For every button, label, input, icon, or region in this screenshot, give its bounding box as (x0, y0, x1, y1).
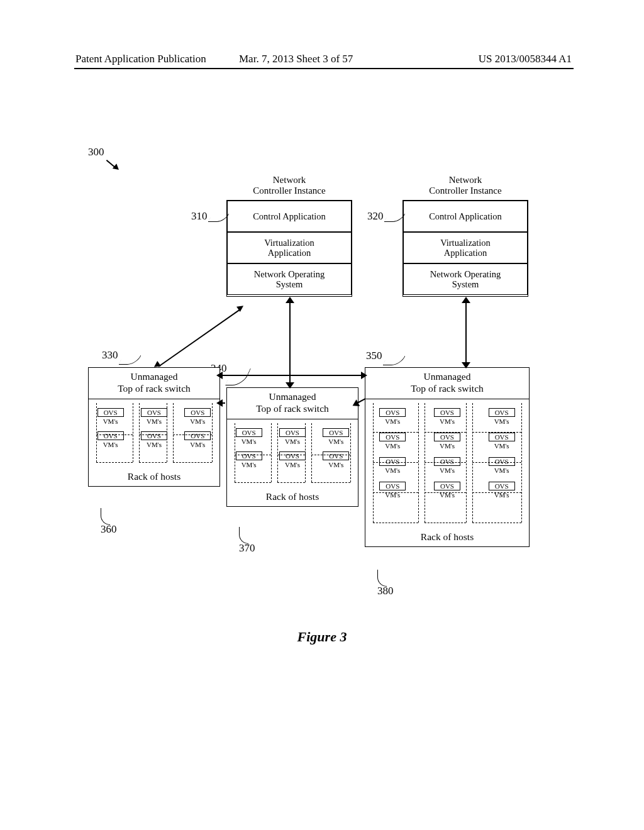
ref-310: 310 (191, 210, 208, 223)
ref-370: 370 (239, 542, 255, 555)
controller-1-row1: Control Application (227, 201, 352, 232)
vms-label: VM's (376, 442, 409, 450)
figure-caption: Figure 3 (0, 629, 644, 645)
arrow-rack-left-right (223, 375, 362, 376)
arrow-320-rack-right (465, 303, 467, 362)
controller-1-row2: Virtualization Application (227, 232, 352, 263)
arrow-310-rack-center (289, 303, 291, 382)
vms-label: VM's (486, 442, 518, 450)
ref-320: 320 (367, 210, 384, 223)
rack-center-tor-b: Top of rack switch (230, 402, 355, 414)
controller-1-title: Network Controller Instance (226, 175, 352, 197)
vms-label: VM's (94, 418, 127, 425)
vms-label: VM's (486, 418, 518, 425)
header-right: US 2013/0058344 A1 (479, 53, 572, 65)
rack-center-label: Rack of hosts (227, 486, 358, 506)
vms-label: VM's (138, 441, 170, 448)
vms-label: VM's (138, 418, 170, 425)
vms-label: VM's (94, 441, 127, 448)
ref-380: 380 (377, 585, 394, 597)
vms-label: VM's (276, 438, 309, 445)
vms-label: VM's (233, 438, 265, 445)
controller-1-row3: Network Operating System (227, 263, 352, 295)
vms-label: VM's (486, 467, 518, 474)
ref-370-curve (239, 527, 248, 544)
ovs-label: OVS (489, 433, 515, 441)
header-rule (74, 68, 574, 69)
ref-340-curve (225, 368, 251, 385)
ovs-label: OVS (141, 408, 167, 417)
ovs-label: OVS (184, 431, 211, 440)
rack-center: Unmanaged Top of rack switch OVSVM's OVS… (226, 387, 358, 507)
header-center: Mar. 7, 2013 Sheet 3 of 57 (239, 53, 353, 65)
controller-2: Control Application Virtualization Appli… (402, 200, 528, 297)
rack-right: Unmanaged Top of rack switch OVSVM's (365, 367, 530, 547)
controller-2-title: Network Controller Instance (402, 175, 528, 197)
ovs-label: OVS (489, 457, 515, 466)
ovs-label: OVS (279, 428, 306, 437)
vms-label: VM's (376, 467, 409, 474)
header-left: Patent Application Publication (75, 53, 206, 65)
ref-360-curve (101, 508, 110, 525)
ref-300-arrow (107, 160, 117, 170)
vms-label: VM's (181, 418, 214, 425)
ref-380-curve (377, 570, 387, 587)
ref-350: 350 (366, 350, 382, 362)
ref-330: 330 (102, 349, 118, 362)
vms-label: VM's (319, 438, 352, 445)
ovs-label: OVS (434, 433, 460, 441)
vms-label: VM's (431, 442, 464, 450)
ref-350-curve (382, 356, 405, 365)
ovs-label: OVS (379, 408, 406, 417)
ovs-label: OVS (141, 431, 167, 440)
ovs-label: OVS (323, 451, 349, 460)
rack-left-tor-a: Unmanaged (91, 370, 217, 382)
ovs-label: OVS (434, 457, 460, 466)
controller-2-row2: Virtualization Application (403, 232, 528, 263)
rack-right-tor-b: Top of rack switch (368, 382, 526, 394)
vms-label: VM's (181, 441, 214, 448)
controller-2-row1: Control Application (403, 201, 528, 232)
ovs-label: OVS (97, 431, 124, 440)
ovs-label: OVS (323, 428, 349, 437)
ovs-label: OVS (379, 433, 406, 441)
rack-left-tor-b: Top of rack switch (91, 382, 217, 394)
controller-1: Control Application Virtualization Appli… (226, 200, 352, 297)
vms-label: VM's (431, 467, 464, 474)
ref-330-curve (118, 355, 141, 365)
ovs-label: OVS (236, 451, 262, 460)
ref-360: 360 (101, 523, 117, 536)
ovs-label: OVS (489, 408, 515, 417)
vms-label: VM's (319, 461, 352, 468)
rack-left: Unmanaged Top of rack switch OVSVM's OVS… (88, 367, 220, 487)
rack-right-label: Rack of hosts (365, 526, 529, 546)
vms-label: VM's (376, 418, 409, 425)
rack-right-tor-a: Unmanaged (368, 370, 526, 382)
ovs-label: OVS (379, 482, 406, 490)
ovs-label: OVS (97, 408, 124, 417)
rack-center-tor-a: Unmanaged (230, 390, 355, 402)
vms-label: VM's (431, 418, 464, 425)
ref-300: 300 (88, 146, 104, 158)
ovs-label: OVS (279, 451, 306, 460)
ovs-label: OVS (489, 482, 515, 490)
ovs-label: OVS (434, 408, 460, 417)
ovs-label: OVS (379, 457, 406, 466)
ovs-label: OVS (236, 428, 262, 437)
rack-left-label: Rack of hosts (89, 466, 219, 486)
arrow-310-rack-left (158, 309, 240, 367)
ovs-label: OVS (434, 482, 460, 490)
vms-label: VM's (233, 461, 265, 468)
controller-2-row3: Network Operating System (403, 263, 528, 295)
vms-label: VM's (276, 461, 309, 468)
ovs-label: OVS (184, 408, 211, 417)
